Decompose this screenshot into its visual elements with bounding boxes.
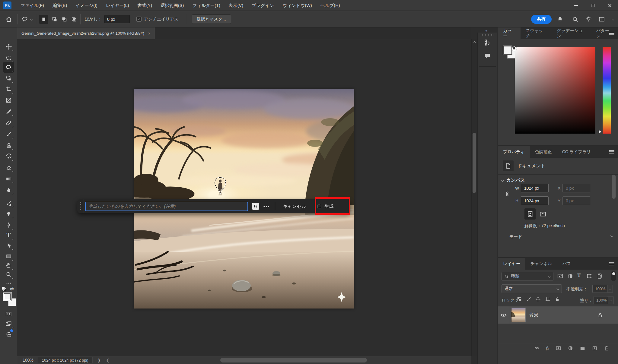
mode-chevron-icon[interactable] [610,234,613,237]
new-adjustment-layer-button[interactable] [568,345,573,351]
eyedropper-tool[interactable] [3,106,14,116]
dock-collapse-chevrons[interactable]: « [485,28,487,33]
menu-select[interactable]: 選択範囲(S) [156,0,188,11]
menu-help[interactable]: ヘルプ(H) [316,0,344,11]
filter-pixel-layers-icon[interactable] [557,273,563,279]
menu-filter[interactable]: フィルター(T) [188,0,224,11]
gradient-tool[interactable] [3,174,14,184]
lock-position-icon[interactable] [535,296,541,302]
marquee-tool[interactable] [3,53,14,63]
tool-preset[interactable] [18,16,36,23]
blur-tool[interactable] [3,185,14,195]
frame-tool[interactable] [3,95,14,105]
history-panel-button[interactable] [483,38,492,47]
tab-swatches[interactable]: スウォッチ [521,27,552,39]
fill-field[interactable]: 100% [594,296,608,304]
pen-tool[interactable] [3,220,14,230]
layer-effects-button[interactable]: fx [546,346,549,351]
history-brush-tool[interactable] [3,151,14,161]
type-tool[interactable]: T [3,230,14,240]
tab-adjustments[interactable]: 色調補正 [530,146,557,158]
menu-edit[interactable]: 編集(E) [48,0,71,11]
canvas-section-header[interactable]: カンバス [502,177,525,183]
selection-mode-new[interactable] [39,15,48,24]
tab-close-icon[interactable]: × [148,31,151,36]
delete-layer-button[interactable] [604,345,610,351]
quick-mask-button[interactable] [3,309,14,319]
menu-plugins[interactable]: プラグイン [247,0,278,11]
comments-panel-button[interactable] [483,51,492,60]
layer-lock-icon[interactable] [597,312,603,318]
add-mask-button[interactable] [556,345,561,351]
home-button[interactable] [0,16,17,23]
share-image-button[interactable] [3,329,14,339]
selection-mode-intersect[interactable] [71,16,77,23]
mixer-brush-tool[interactable] [3,198,14,208]
tab-channels[interactable]: チャンネル [525,258,557,270]
opacity-dropdown[interactable] [607,285,613,293]
scroll-left-icon[interactable]: ❮ [106,358,110,362]
move-tool[interactable] [3,42,14,52]
menu-view[interactable]: 表示(V) [225,0,247,11]
canvas-width-field[interactable]: 1024 px [521,184,549,192]
document-tab[interactable]: Gemini_Generated_Image_vrrsh2vrrsh2vrrs.… [17,27,155,39]
hand-tool[interactable] [3,260,14,270]
canvas-height-field[interactable]: 1024 px [521,196,549,205]
workspace-menu[interactable] [608,18,618,20]
link-dimensions-icon[interactable] [504,191,511,197]
canvas-image[interactable] [134,89,354,309]
generative-prompt-input[interactable] [85,202,248,211]
rectangle-tool[interactable] [3,251,14,261]
tab-layers[interactable]: レイヤー [498,258,525,270]
blend-mode-select[interactable]: 通常 [502,284,562,293]
menu-layer[interactable]: レイヤー(L) [102,0,133,11]
taskbar-more-button[interactable]: ••• [263,204,270,209]
antialias-toggle[interactable]: アンチエイリアス [130,17,182,22]
status-options-chevron[interactable]: ❯ [97,358,101,362]
panel-menu-icon[interactable] [609,262,614,265]
tab-paths[interactable]: パス [557,258,576,270]
tab-cc-libraries[interactable]: CC ライブラリ [557,146,596,158]
discover-button[interactable] [582,16,596,23]
layer-visibility-toggle[interactable] [498,306,509,324]
lock-all-icon[interactable] [555,296,560,302]
lock-transparency-icon[interactable] [517,296,522,302]
panel-menu-icon[interactable] [609,150,614,154]
select-and-mask-button[interactable]: 選択とマスク... [192,14,231,24]
object-selection-tool[interactable] [3,73,14,83]
swap-colors-icon[interactable]: ⇄ [10,286,14,292]
panel-menu-icon[interactable] [609,32,614,35]
menu-type[interactable]: 書式(Y) [133,0,156,11]
screen-mode-button[interactable] [3,319,14,329]
vertical-scrollbar-thumb[interactable] [473,133,476,193]
brush-tool[interactable] [3,129,14,139]
checkbox-checked-icon[interactable] [136,17,142,22]
properties-scrollbar-thumb[interactable] [612,175,616,199]
clone-stamp-tool[interactable] [3,140,14,150]
hue-slider[interactable] [603,47,611,134]
zoom-level-field[interactable]: 100% [23,358,33,362]
menu-window[interactable]: ウィンドウ(W) [278,0,316,11]
vertical-scrollbar[interactable] [471,39,477,356]
taskbar-drag-handle[interactable] [77,199,84,213]
saturation-brightness-field[interactable] [515,47,595,134]
generate-button[interactable]: 生成 [314,202,337,211]
filter-adjustment-layers-icon[interactable] [567,273,573,279]
canvas-y-field[interactable]: 0 px [562,196,590,205]
lasso-tool[interactable] [3,62,14,73]
color-cursor[interactable] [512,46,517,51]
filter-toggle[interactable] [611,271,616,281]
tab-properties[interactable]: プロパティ [498,146,530,158]
selection-mode-add[interactable] [51,16,58,23]
lock-pixels-icon[interactable] [526,296,531,302]
horizontal-scrollbar-thumb[interactable] [220,358,367,362]
hue-pointer-icon[interactable] [599,130,601,134]
layer-thumbnail[interactable] [511,308,525,322]
dodge-tool[interactable] [3,209,14,219]
cancel-button[interactable]: キャンセル [280,202,309,211]
link-layers-button[interactable] [534,345,540,351]
maximize-button[interactable] [584,0,601,11]
selection-mode-subtract[interactable] [61,16,68,23]
landscape-orientation-button[interactable] [537,208,548,220]
share-button[interactable]: 共有 [531,15,552,24]
